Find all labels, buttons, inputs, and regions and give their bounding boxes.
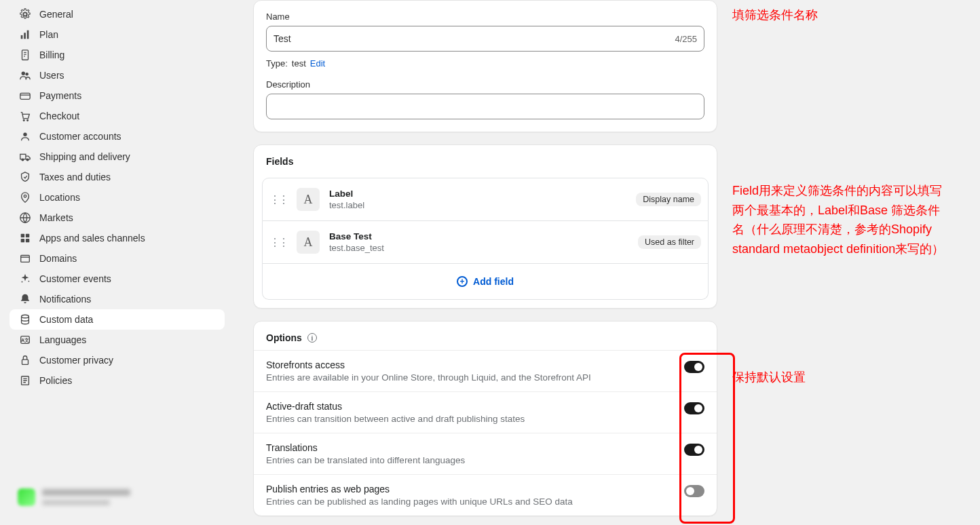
option-row: Storefronts access Entries are available… (254, 350, 717, 391)
sidebar-item-custom-data[interactable]: Custom data (10, 309, 225, 330)
option-desc: Entries are available in your Online Sto… (266, 372, 591, 383)
sidebar-item-users[interactable]: Users (10, 65, 225, 85)
option-name: Storefronts access (266, 359, 591, 370)
type-row: Type: test Edit (266, 58, 704, 69)
sidebar-item-plan[interactable]: Plan (10, 24, 225, 45)
description-label: Description (266, 79, 704, 90)
sidebar-item-label: Markets (39, 212, 73, 223)
avatar (18, 488, 35, 506)
sidebar-item-domains[interactable]: Domains (10, 248, 225, 269)
pin-icon (19, 191, 31, 203)
edit-type-link[interactable]: Edit (310, 58, 325, 69)
svg-rect-15 (21, 234, 24, 237)
option-desc: Entries can transition between active an… (266, 414, 525, 424)
field-name: Label (329, 189, 626, 199)
svg-rect-18 (26, 239, 29, 242)
fields-title: Fields (254, 145, 717, 178)
receipt-icon (19, 49, 31, 61)
annotation-2: Field用来定义筛选条件的内容可以填写两个最基本的，Label和Base 筛选… (732, 181, 949, 259)
users-icon (19, 69, 31, 81)
option-name: Translations (266, 442, 465, 453)
sidebar-item-customer-accounts[interactable]: Customer accounts (10, 126, 225, 147)
field-key: test.label (329, 200, 626, 210)
options-card: Options i Storefronts access Entries are… (253, 321, 717, 516)
field-row[interactable]: ⋮⋮ A Label test.label Display name (262, 178, 709, 221)
annotations: 填筛选条件名称 Field用来定义筛选条件的内容可以填写两个最基本的，Label… (732, 0, 949, 525)
taxes-icon (19, 171, 31, 183)
sidebar-item-general[interactable]: General (10, 4, 225, 24)
svg-point-4 (22, 72, 25, 75)
truck-icon (19, 151, 31, 163)
svg-rect-10 (20, 154, 26, 159)
text-field-icon: A (297, 188, 320, 211)
sidebar-item-taxes[interactable]: Taxes and duties (10, 167, 225, 187)
svg-point-13 (24, 195, 26, 197)
sidebar-item-shipping[interactable]: Shipping and delivery (10, 147, 225, 167)
sidebar-item-label: Customer accounts (39, 131, 121, 142)
sidebar-item-markets[interactable]: Markets (10, 208, 225, 228)
field-row[interactable]: ⋮⋮ A Base Test test.base_test Used as fi… (262, 221, 709, 264)
type-value: test (292, 58, 306, 69)
sidebar-item-label: Plan (39, 29, 58, 40)
description-input[interactable] (266, 94, 704, 119)
sidebar-item-label: Payments (39, 90, 81, 101)
svg-rect-25 (22, 359, 29, 364)
field-tag: Used as filter (638, 235, 701, 249)
sidebar-item-label: Billing (39, 50, 64, 60)
add-field-button[interactable]: + Add field (262, 264, 709, 300)
field-tag: Display name (636, 193, 701, 206)
svg-point-5 (25, 73, 29, 76)
sidebar-item-label: Taxes and duties (39, 172, 111, 182)
sidebar-footer[interactable] (12, 480, 222, 514)
name-value: Test (274, 33, 291, 44)
fields-card: Fields ⋮⋮ A Label test.label Display nam… (253, 144, 717, 309)
database-icon (19, 313, 31, 326)
options-title: Options (266, 332, 302, 343)
sidebar-item-label: Customer privacy (39, 355, 113, 366)
main-content: Name Test 4/255 Type: test Edit Descript… (234, 0, 980, 525)
footer-redacted-text (42, 489, 130, 505)
sidebar-item-checkout[interactable]: Checkout (10, 106, 225, 126)
sidebar-item-label: Checkout (39, 111, 79, 121)
option-name: Publish entries as web pages (266, 484, 573, 494)
language-icon: A文 (19, 334, 31, 346)
svg-point-20 (29, 281, 30, 282)
name-input[interactable]: Test 4/255 (266, 26, 704, 52)
sidebar-item-policies[interactable]: Policies (10, 370, 225, 391)
sidebar-item-customer-privacy[interactable]: Customer privacy (10, 350, 225, 370)
svg-point-7 (23, 119, 24, 121)
lock-icon (19, 354, 31, 366)
drag-handle-icon[interactable]: ⋮⋮ (269, 236, 287, 249)
svg-rect-19 (21, 256, 30, 262)
sidebar-item-locations[interactable]: Locations (10, 187, 225, 208)
sidebar-item-notifications[interactable]: Notifications (10, 289, 225, 309)
name-label: Name (266, 12, 704, 22)
svg-rect-6 (20, 93, 30, 99)
name-counter: 4/255 (675, 34, 697, 44)
sidebar-item-languages[interactable]: A文Languages (10, 330, 225, 350)
sparkle-icon (19, 273, 31, 285)
payments-icon (19, 90, 31, 102)
drag-handle-icon[interactable]: ⋮⋮ (269, 193, 287, 206)
option-row: Translations Entries can be translated i… (254, 433, 717, 474)
sidebar-item-payments[interactable]: Payments (10, 85, 225, 106)
person-icon (19, 130, 31, 142)
svg-point-21 (22, 281, 23, 283)
svg-point-11 (22, 159, 24, 161)
field-name: Base Test (329, 231, 628, 241)
sidebar-item-label: Shipping and delivery (39, 151, 130, 162)
plus-icon: + (457, 276, 468, 287)
annotation-3: 保持默认设置 (732, 368, 949, 387)
svg-rect-16 (26, 234, 29, 237)
text-field-icon: A (297, 231, 320, 254)
sidebar-item-billing[interactable]: Billing (10, 45, 225, 65)
sidebar-item-label: Users (39, 70, 64, 81)
sidebar-item-apps[interactable]: Apps and sales channels (10, 228, 225, 248)
option-desc: Entries can be published as landing page… (266, 497, 573, 507)
annotation-1: 填筛选条件名称 (732, 5, 949, 25)
sidebar-item-customer-events[interactable]: Customer events (10, 269, 225, 289)
bell-icon (19, 293, 31, 305)
svg-rect-0 (21, 35, 23, 39)
info-icon[interactable]: i (307, 333, 317, 343)
svg-point-12 (26, 159, 29, 161)
